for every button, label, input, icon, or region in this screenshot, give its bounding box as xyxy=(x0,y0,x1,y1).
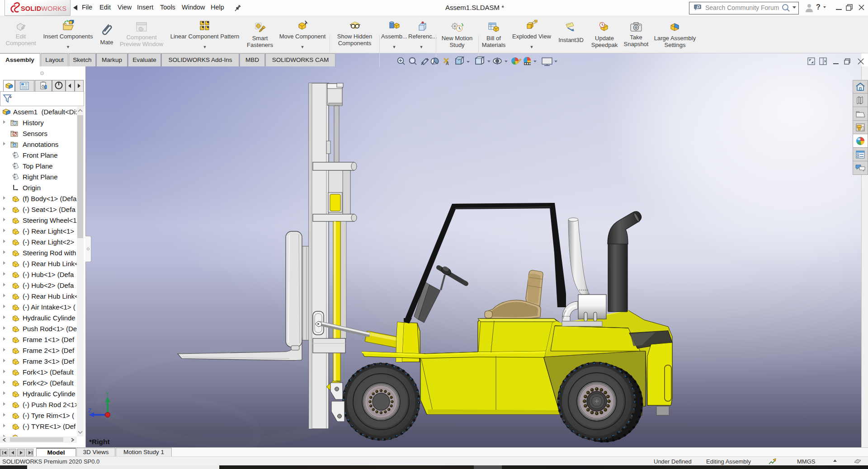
svg-text:Z: Z xyxy=(88,408,91,414)
svg-text:*Right: *Right xyxy=(89,438,110,446)
svg-text:A: A xyxy=(446,61,449,66)
svg-text:A: A xyxy=(14,143,16,147)
svg-text:Y: Y xyxy=(105,391,109,397)
